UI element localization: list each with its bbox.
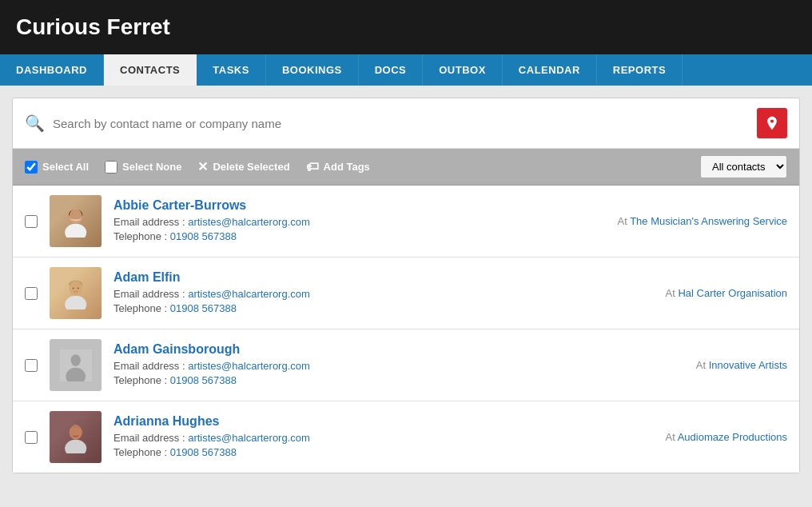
contact-row: Adrianna Hughes Email address : artistes…	[13, 401, 799, 473]
main-content: 🔍 Select All Select None ✕ Delete Select…	[12, 98, 800, 473]
svg-point-14	[65, 439, 86, 453]
contact-name-2[interactable]: Adam Elfin	[113, 270, 615, 285]
contact-checkbox-3[interactable]	[25, 359, 38, 372]
svg-point-3	[69, 209, 82, 223]
main-nav: DASHBOARD CONTACTS TASKS BOOKINGS DOCS O…	[0, 54, 812, 86]
contact-phone-1: Telephone : 01908 567388	[113, 230, 605, 242]
contact-checkbox-1[interactable]	[25, 215, 38, 228]
contact-info-3: Adam Gainsborough Email address : artist…	[113, 342, 615, 389]
contact-email-link-4[interactable]: artistes@halcarterorg.com	[188, 432, 310, 444]
contact-company-link-3[interactable]: Innovative Artists	[709, 359, 787, 371]
contact-info-1: Abbie Carter-Burrows Email address : art…	[113, 198, 605, 245]
svg-point-1	[65, 223, 86, 237]
svg-point-8	[72, 287, 74, 289]
contact-row: Abbie Carter-Burrows Email address : art…	[13, 186, 799, 257]
contact-company-link-1[interactable]: The Musician's Answering Service	[630, 215, 787, 227]
svg-point-9	[77, 287, 78, 289]
svg-point-7	[69, 281, 82, 295]
nav-bookings[interactable]: BOOKINGS	[266, 54, 359, 86]
contact-company-link-2[interactable]: Hal Carter Organisation	[678, 287, 787, 299]
search-input[interactable]	[53, 117, 757, 130]
contact-info-2: Adam Elfin Email address : artistes@halc…	[113, 270, 615, 317]
nav-tasks[interactable]: TASKS	[197, 54, 266, 86]
nav-contacts[interactable]: CONTACTS	[104, 54, 197, 86]
contact-email-2: Email address : artistes@halcarterorg.co…	[113, 288, 615, 300]
svg-point-5	[65, 295, 86, 309]
select-all-text: Select All	[42, 161, 89, 173]
add-tags-button[interactable]: 🏷 Add Tags	[306, 160, 370, 174]
delete-icon: ✕	[197, 159, 208, 174]
contact-company-2: At Hal Carter Organisation	[627, 287, 787, 299]
contact-company-4: At Audiomaze Productions	[627, 431, 787, 443]
contact-phone-link-2[interactable]: 01908 567388	[170, 302, 237, 314]
contact-email-1: Email address : artistes@halcarterorg.co…	[113, 216, 605, 228]
contact-phone-4: Telephone : 01908 567388	[113, 446, 615, 458]
nav-reports[interactable]: REPORTS	[597, 54, 683, 86]
contact-phone-link-1[interactable]: 01908 567388	[170, 230, 237, 242]
contact-name-4[interactable]: Adrianna Hughes	[113, 414, 615, 429]
contact-checkbox-2[interactable]	[25, 287, 38, 300]
svg-point-15	[69, 425, 82, 439]
contact-row: Adam Gainsborough Email address : artist…	[13, 329, 799, 401]
contact-phone-link-4[interactable]: 01908 567388	[170, 446, 237, 458]
contact-email-4: Email address : artistes@halcarterorg.co…	[113, 432, 615, 444]
select-none-label[interactable]: Select None	[105, 161, 181, 174]
add-tags-label: Add Tags	[324, 161, 370, 173]
contacts-filter-select[interactable]: All contacts	[700, 155, 787, 178]
contact-list: Abbie Carter-Burrows Email address : art…	[13, 186, 799, 473]
contact-phone-2: Telephone : 01908 567388	[113, 302, 615, 314]
avatar-image-4	[60, 421, 92, 453]
app-header: Curious Ferret	[0, 0, 812, 54]
search-bar: 🔍	[13, 98, 799, 149]
select-none-checkbox[interactable]	[105, 161, 117, 174]
avatar-silhouette-3	[60, 349, 92, 381]
contact-phone-3: Telephone : 01908 567388	[113, 374, 615, 386]
contact-row: Adam Elfin Email address : artistes@halc…	[13, 257, 799, 329]
nav-outbox[interactable]: OUTBOX	[423, 54, 503, 86]
contact-email-link-1[interactable]: artistes@halcarterorg.com	[188, 216, 310, 228]
contact-company-1: At The Musician's Answering Service	[617, 215, 787, 227]
map-pin-icon	[764, 115, 780, 131]
nav-calendar[interactable]: CALENDAR	[503, 54, 597, 86]
nav-dashboard[interactable]: DASHBOARD	[0, 54, 104, 86]
contact-phone-link-3[interactable]: 01908 567388	[170, 374, 237, 386]
contact-checkbox-4[interactable]	[25, 431, 38, 444]
contact-avatar-1	[50, 195, 102, 247]
select-all-label[interactable]: Select All	[25, 161, 89, 174]
contact-name-3[interactable]: Adam Gainsborough	[113, 342, 615, 357]
contact-email-link-3[interactable]: artistes@halcarterorg.com	[188, 360, 310, 372]
contact-info-4: Adrianna Hughes Email address : artistes…	[113, 414, 615, 461]
tag-icon: 🏷	[306, 160, 319, 174]
contacts-toolbar: Select All Select None ✕ Delete Selected…	[13, 149, 799, 186]
select-none-text: Select None	[122, 161, 181, 173]
avatar-image-1	[60, 206, 92, 238]
contact-company-3: At Innovative Artists	[627, 359, 787, 371]
contact-company-link-4[interactable]: Audiomaze Productions	[678, 431, 787, 443]
avatar-image-2	[60, 277, 92, 309]
map-pin-button[interactable]	[757, 108, 787, 138]
select-all-checkbox[interactable]	[25, 161, 38, 174]
app-title: Curious Ferret	[16, 14, 796, 40]
delete-selected-label: Delete Selected	[213, 161, 289, 173]
contact-email-3: Email address : artistes@halcarterorg.co…	[113, 360, 615, 372]
contact-avatar-3	[50, 339, 102, 391]
nav-docs[interactable]: DOCS	[359, 54, 424, 86]
contact-name-1[interactable]: Abbie Carter-Burrows	[113, 198, 605, 213]
svg-point-11	[70, 354, 80, 366]
contact-avatar-4	[50, 411, 102, 463]
delete-selected-button[interactable]: ✕ Delete Selected	[197, 159, 289, 174]
contact-email-link-2[interactable]: artistes@halcarterorg.com	[188, 288, 310, 300]
contact-avatar-2	[50, 267, 102, 319]
search-icon: 🔍	[25, 114, 45, 133]
